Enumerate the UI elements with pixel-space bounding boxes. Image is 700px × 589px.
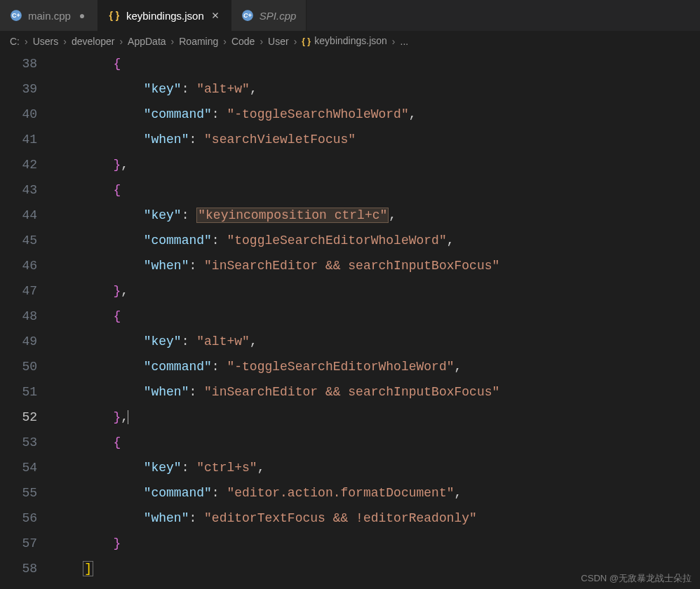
code-line[interactable]: "when": "searchViewletFocus" (53, 127, 700, 152)
tab-main-cpp[interactable]: C+main.cpp (0, 0, 98, 31)
code-line[interactable]: }, (53, 278, 700, 304)
chevron-right-icon: › (260, 36, 263, 47)
brace-token: { (113, 309, 121, 323)
tab-bar: C+main.cpp{ }keybindings.jsonC+SPI.cpp (0, 0, 700, 31)
code-line[interactable]: "key": "alt+w", (53, 329, 700, 354)
key-token: "when" (144, 511, 189, 525)
line-number: 55 (0, 480, 37, 506)
str-token: "alt+w" (196, 334, 250, 348)
breadcrumb-segment[interactable]: Users (33, 36, 59, 47)
punct-token: : (189, 133, 204, 147)
tab-label: keybindings.json (126, 10, 204, 22)
code-line[interactable]: }, (53, 405, 700, 430)
bracket-token: ] (83, 561, 93, 576)
chevron-right-icon: › (25, 36, 28, 47)
whitespace (53, 385, 144, 399)
code-line[interactable]: "command": "-toggleSearchEditorWholeWord… (53, 354, 700, 379)
whitespace (53, 486, 144, 500)
punct-token: , (250, 334, 257, 348)
line-number: 56 (0, 506, 37, 531)
line-number: 44 (0, 203, 37, 228)
line-number: 57 (0, 531, 37, 556)
code-line[interactable]: "command": "-toggleSearchWholeWord", (53, 102, 700, 127)
code-line[interactable]: } (53, 531, 700, 556)
whitespace (53, 309, 113, 323)
str-token: "searchViewletFocus" (204, 133, 356, 147)
line-number: 52 (0, 405, 37, 430)
whitespace (53, 107, 144, 121)
str-token: "editorTextFocus && !editorReadonly" (204, 511, 477, 525)
svg-text:C+: C+ (243, 12, 252, 19)
key-token: "command" (144, 233, 212, 248)
line-number: 39 (0, 76, 37, 102)
code-line[interactable]: "when": "inSearchEditor && searchInputBo… (53, 379, 700, 405)
code-line[interactable]: "key": "alt+w", (53, 76, 700, 102)
code-line[interactable]: "command": "editor.action.formatDocument… (53, 480, 700, 506)
code-line[interactable]: "command": "toggleSearchEditorWholeWord"… (53, 228, 700, 253)
code-line[interactable]: "when": "inSearchEditor && searchInputBo… (53, 253, 700, 278)
whitespace (53, 536, 113, 550)
punct-token: , (257, 461, 265, 475)
chevron-right-icon: › (392, 36, 396, 47)
punct-token: , (455, 486, 462, 500)
code-content[interactable]: { "key": "alt+w", "command": "-toggleSea… (53, 51, 700, 587)
breadcrumb-file[interactable]: { }keybindings.json (302, 35, 387, 47)
tab-keybindings-json[interactable]: { }keybindings.json (98, 0, 231, 31)
whitespace (53, 284, 113, 298)
code-line[interactable]: "key": "ctrl+s", (53, 455, 700, 480)
code-editor[interactable]: 3839404142434445464748495051525354555657… (0, 51, 700, 587)
code-line[interactable]: "when": "editorTextFocus && !editorReado… (53, 506, 700, 531)
punct-token: , (121, 158, 128, 172)
key-token: "key" (144, 82, 182, 96)
breadcrumb-segment[interactable]: C: (10, 36, 20, 47)
whitespace (53, 410, 113, 424)
breadcrumb-segment[interactable]: User (268, 36, 289, 47)
whitespace (53, 57, 113, 71)
whitespace (53, 360, 144, 374)
punct-token: : (212, 486, 227, 500)
punct-token: : (212, 360, 227, 374)
line-number: 46 (0, 253, 37, 278)
breadcrumb-segment[interactable]: AppData (128, 36, 166, 47)
line-number: 42 (0, 152, 37, 177)
punct-token: : (212, 233, 227, 248)
line-number-gutter: 3839404142434445464748495051525354555657… (0, 51, 53, 587)
chevron-right-icon: › (171, 36, 175, 47)
breadcrumb-more[interactable]: ... (401, 36, 409, 47)
punct-token: : (189, 385, 204, 399)
brace-token: } (113, 284, 121, 298)
unsaved-indicator-icon (76, 10, 88, 21)
json-file-icon: { } (302, 36, 313, 47)
punct-token: : (182, 334, 197, 348)
breadcrumb[interactable]: C:›Users›developer›AppData›Roaming›Code›… (0, 31, 700, 51)
svg-text:C+: C+ (12, 12, 20, 19)
line-number: 40 (0, 102, 37, 127)
tab-SPI-cpp[interactable]: C+SPI.cpp (231, 0, 307, 31)
whitespace (53, 334, 144, 348)
tab-label: SPI.cpp (260, 10, 297, 22)
whitespace (53, 259, 144, 273)
code-line[interactable]: { (53, 51, 700, 76)
code-line[interactable]: { (53, 304, 700, 329)
key-token: "command" (144, 360, 212, 374)
whitespace (53, 511, 144, 525)
whitespace (53, 183, 113, 197)
code-line[interactable]: { (53, 177, 700, 203)
line-number: 53 (0, 430, 37, 455)
punct-token: , (250, 82, 257, 96)
code-line[interactable]: }, (53, 152, 700, 177)
json-file-icon: { } (108, 9, 121, 22)
code-line[interactable]: "key": "keyincomposition ctrl+c", (53, 203, 700, 228)
breadcrumb-segment[interactable]: Roaming (179, 36, 218, 47)
chevron-right-icon: › (63, 36, 67, 47)
str-token: "ctrl+s" (196, 461, 257, 475)
breadcrumb-segment[interactable]: Code (231, 36, 255, 47)
close-icon[interactable] (210, 10, 221, 21)
str-token: "-toggleSearchEditorWholeWord" (227, 360, 454, 374)
punct-token: : (182, 82, 197, 96)
watermark-text: CSDN @无敌暴龙战士朵拉 (581, 572, 692, 585)
breadcrumb-segment[interactable]: developer (72, 36, 115, 47)
line-number: 50 (0, 354, 37, 379)
code-line[interactable]: { (53, 430, 700, 455)
punct-token: : (189, 259, 204, 273)
